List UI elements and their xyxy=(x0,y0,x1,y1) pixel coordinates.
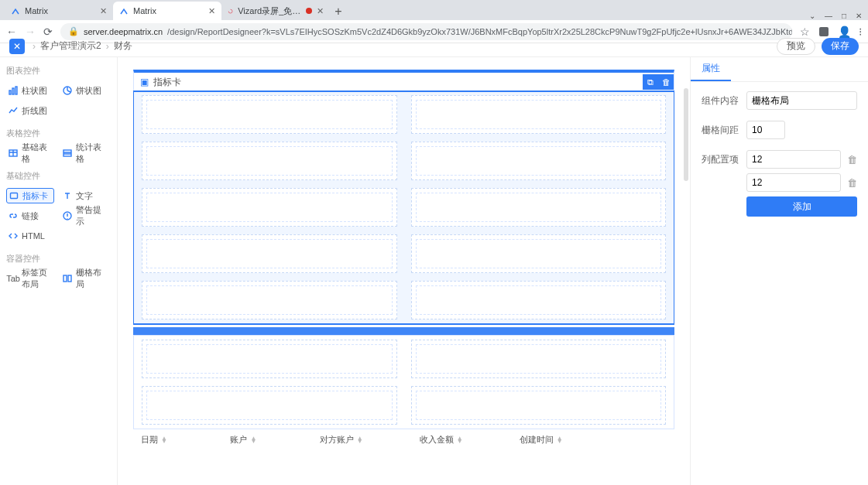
grid-cell[interactable] xyxy=(411,234,667,273)
palette-item[interactable]: 饼状图 xyxy=(60,83,108,98)
grid-cell[interactable] xyxy=(411,95,667,134)
back-button[interactable]: ← xyxy=(6,26,17,38)
table-column-header[interactable]: 收入金额▲▼ xyxy=(420,434,520,446)
save-button[interactable]: 保存 xyxy=(822,38,859,55)
preview-button[interactable]: 预览 xyxy=(777,38,815,55)
add-column-button[interactable]: 添加 xyxy=(746,196,857,217)
tool-icon[interactable]: ✕ xyxy=(9,39,25,54)
delete-icon[interactable]: 🗑 xyxy=(847,177,857,189)
palette-item[interactable]: 警告提示 xyxy=(60,208,108,224)
new-tab-button[interactable]: + xyxy=(330,3,347,20)
sort-icon[interactable]: ▲▼ xyxy=(161,437,167,443)
block-divider xyxy=(133,327,674,335)
sort-icon[interactable]: ▲▼ xyxy=(457,437,463,443)
minimize-button[interactable]: — xyxy=(825,12,832,20)
close-icon[interactable]: ✕ xyxy=(208,6,215,16)
grid-cell[interactable] xyxy=(142,386,397,425)
design-canvas[interactable]: ▣ 指标卡 ⧉ 🗑 日期▲▼账户▲▼对方账户▲▼收入金额▲▼创建时间▲▼ xyxy=(118,57,690,485)
gutter-input[interactable] xyxy=(746,121,785,139)
palette-item-label: 饼状图 xyxy=(76,85,101,97)
delete-button[interactable]: 🗑 xyxy=(658,74,674,90)
grid-cell[interactable] xyxy=(411,142,667,180)
grid-row xyxy=(134,184,674,231)
pie-chart-icon xyxy=(63,86,72,95)
tab-properties[interactable]: 属性 xyxy=(691,57,731,81)
scrollbar[interactable] xyxy=(684,88,688,181)
sort-icon[interactable]: ▲▼ xyxy=(250,437,256,443)
grid-row xyxy=(134,91,674,138)
grid-cell[interactable] xyxy=(411,340,667,378)
close-icon[interactable]: ✕ xyxy=(100,6,107,16)
grid-cell[interactable] xyxy=(411,188,667,227)
palette-item[interactable]: 柱状图 xyxy=(6,83,54,98)
grid-layout-block[interactable] xyxy=(133,335,674,429)
tab-title: Matrix xyxy=(25,6,48,15)
address-bar[interactable]: 🔒 server.deepmatrix.cn/design/ReportDesi… xyxy=(60,23,792,40)
copy-button[interactable]: ⧉ xyxy=(643,74,658,90)
grid-cell[interactable] xyxy=(142,142,397,180)
grid-cell[interactable] xyxy=(142,281,397,319)
palette-item-label: 指标卡 xyxy=(22,190,48,202)
palette-item[interactable]: 折线图 xyxy=(6,103,54,118)
palette-item-label: 统计表格 xyxy=(76,142,106,165)
url-host: server.deepmatrix.cn xyxy=(84,27,163,36)
caret-down-icon[interactable]: ⌄ xyxy=(809,12,815,20)
grid-layout-icon xyxy=(63,274,72,283)
browser-tab[interactable]: Matrix ✕ xyxy=(113,2,221,20)
grid-cell[interactable] xyxy=(142,340,397,378)
breadcrumb-item[interactable]: 财务 xyxy=(114,39,132,53)
extension-icon[interactable] xyxy=(818,26,830,38)
table-column-header[interactable]: 日期▲▼ xyxy=(141,434,230,446)
col-config-input[interactable] xyxy=(746,173,841,192)
menu-icon[interactable]: ⁝ xyxy=(859,26,862,38)
palette-item[interactable]: HTML xyxy=(6,228,54,244)
palette-item-label: 折线图 xyxy=(22,105,47,117)
tab-title: Matrix xyxy=(133,6,156,15)
maximize-button[interactable]: □ xyxy=(842,12,846,20)
palette-item[interactable]: 栅格布局 xyxy=(60,271,108,286)
grid-cell[interactable] xyxy=(411,281,667,319)
sort-icon[interactable]: ▲▼ xyxy=(357,437,363,443)
url-path: /design/ReportDesigneer?k=sVLs7EIHycSOSz… xyxy=(167,27,792,36)
block-title: 指标卡 xyxy=(153,76,181,89)
recording-icon xyxy=(306,8,312,14)
palette-item[interactable]: 文字 xyxy=(60,188,108,203)
browser-tab[interactable]: Matrix ✕ xyxy=(5,2,113,20)
palette-item[interactable]: 基础表格 xyxy=(6,145,54,161)
breadcrumb-item[interactable]: 客户管理演示2 xyxy=(40,39,101,53)
grid-cell[interactable] xyxy=(142,234,397,273)
close-button[interactable]: ✕ xyxy=(856,12,862,20)
svg-rect-3 xyxy=(15,87,17,94)
svg-rect-2 xyxy=(12,88,14,94)
forward-button[interactable]: → xyxy=(25,26,36,38)
palette-item-label: HTML xyxy=(22,231,45,241)
grid-cell[interactable] xyxy=(142,188,397,227)
table-column-header[interactable]: 账户▲▼ xyxy=(230,434,319,446)
palette-item[interactable]: 指标卡 xyxy=(6,188,54,203)
sort-icon[interactable]: ▲▼ xyxy=(557,437,563,443)
grid-row xyxy=(134,382,674,429)
grid-row xyxy=(134,138,674,184)
table-column-header[interactable]: 创建时间▲▼ xyxy=(520,434,667,446)
selection-toolbar: ⧉ 🗑 xyxy=(643,74,674,90)
table-column-header[interactable]: 对方账户▲▼ xyxy=(320,434,420,446)
component-content-input[interactable] xyxy=(746,91,857,110)
col-config-input[interactable] xyxy=(746,150,841,169)
palette-item[interactable]: 统计表格 xyxy=(60,145,108,161)
card-icon: ▣ xyxy=(140,77,149,87)
card-icon xyxy=(9,191,19,200)
star-icon[interactable]: ☆ xyxy=(800,26,810,38)
grid-block-header: ▣ 指标卡 xyxy=(133,70,674,91)
palette-item[interactable]: Tab标签页布局 xyxy=(6,271,54,286)
profile-icon[interactable]: 👤 xyxy=(838,26,851,38)
delete-icon[interactable]: 🗑 xyxy=(847,154,857,166)
tab-title: Vizard录屏_免费高清的电脑 xyxy=(238,5,301,17)
bar-chart-icon xyxy=(9,86,18,95)
grid-cell[interactable] xyxy=(142,95,397,134)
grid-layout-block[interactable]: ⧉ 🗑 xyxy=(133,91,674,324)
palette-item[interactable]: 链接 xyxy=(6,208,54,224)
grid-cell[interactable] xyxy=(411,386,667,425)
reload-button[interactable]: ⟳ xyxy=(43,26,53,38)
browser-tab[interactable]: Vizard录屏_免费高清的电脑 ✕ xyxy=(221,2,330,20)
close-icon[interactable]: ✕ xyxy=(317,6,324,16)
